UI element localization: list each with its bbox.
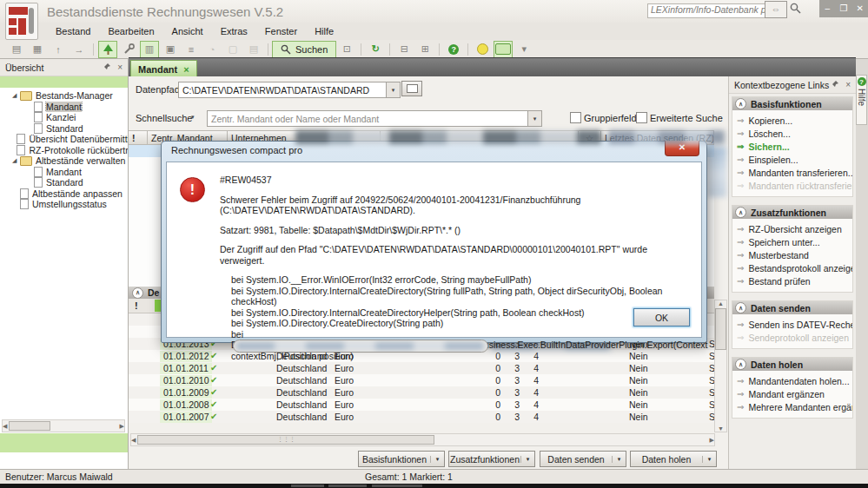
menu-item[interactable]: Ansicht: [163, 24, 212, 38]
scroll-down-icon[interactable]: ▼: [718, 425, 724, 432]
menu-item[interactable]: Bestand: [47, 24, 99, 38]
toolbar-overflow-icon[interactable]: ▾: [514, 41, 533, 58]
refresh-icon[interactable]: ↻: [366, 41, 385, 58]
tree-item[interactable]: ◢ Mandant: [0, 167, 128, 178]
gruppierfeld-checkbox[interactable]: [570, 112, 581, 123]
chevron-down-icon[interactable]: ▾: [386, 82, 400, 97]
book-search-icon[interactable]: ⊞: [415, 41, 434, 58]
datenpfad-combobox[interactable]: C:\DATEV\DATEN\RWDAT\DATA\STANDARD ▾: [178, 82, 401, 98]
chevron-down-icon[interactable]: ▾: [520, 456, 534, 463]
scroll-left-icon[interactable]: ◀: [3, 423, 7, 430]
collapse-icon[interactable]: ∧: [735, 207, 746, 218]
context-link[interactable]: ⇒ Senden ins DATEV-Rechenzentrum: [732, 318, 852, 331]
footer-menu-button[interactable]: Basisfunktionen ▾: [358, 451, 445, 467]
pin-icon[interactable]: [103, 63, 111, 70]
close-panel-icon[interactable]: ×: [117, 63, 123, 72]
table-row[interactable]: 01.01.2010 ✔ Deutschland Euro 0 3 4 Nein…: [129, 374, 714, 386]
tree-view-icon[interactable]: [98, 41, 117, 58]
hilfe-tab[interactable]: ? Hilfe: [856, 75, 867, 125]
tree-item[interactable]: ◢ Übersicht Datenübermittlung Fi...: [0, 134, 128, 145]
section-header[interactable]: ∧ Zusatzfunktionen: [732, 206, 852, 219]
scrollbar-thumb[interactable]: [715, 308, 726, 350]
footer-menu-button[interactable]: Zusatzfunktionen ▾: [448, 451, 535, 467]
help-icon[interactable]: ?: [444, 41, 463, 58]
context-link[interactable]: ⇒ Einspielen...: [732, 153, 852, 166]
up-arrow-icon[interactable]: ↑: [49, 41, 68, 58]
context-link[interactable]: ⇒ Sichern...: [732, 140, 852, 153]
swap-icon[interactable]: ⇔: [765, 1, 787, 18]
tree-item[interactable]: ◢ RZ-Protokolle rückübertragen: [0, 145, 128, 156]
scroll-left-icon[interactable]: ◀: [131, 437, 136, 444]
lexinform-search-input[interactable]: LEXinform/Info-Datenbank pro: [647, 3, 767, 18]
tree-item[interactable]: ◢ Mandant: [0, 102, 128, 113]
warn-column-header[interactable]: !: [129, 130, 148, 145]
context-link[interactable]: ⇒ Mandant ergänzen: [732, 387, 852, 400]
collapse-icon[interactable]: ∧: [735, 359, 746, 370]
context-link[interactable]: ⇒ Sendeprotokoll anzeigen: [732, 331, 852, 344]
tree-item[interactable]: ◢ Altbestände verwalten: [0, 155, 128, 167]
scrollbar-thumb[interactable]: [9, 421, 50, 431]
chevron-down-icon[interactable]: ▾: [612, 456, 626, 463]
schnellsuche-label[interactable]: Schnellsuche: [136, 113, 192, 123]
tree-item[interactable]: ◢ Umstellungsstatus: [0, 199, 128, 210]
context-link[interactable]: ⇒ Bestand prüfen: [732, 274, 852, 287]
maximize-button[interactable]: ❐: [836, 0, 852, 17]
collapse-icon[interactable]: ∧: [132, 287, 143, 299]
vertical-scrollbar[interactable]: ▲ ▼: [714, 300, 727, 432]
settings-wrench-icon[interactable]: [119, 41, 138, 58]
table-row[interactable]: 01.01.2008 ✔ Deutschland Euro 0 3 4 Nein…: [129, 399, 714, 411]
tree-item[interactable]: ◢ Altbestände anpassen: [0, 188, 128, 200]
scrollbar-thumb[interactable]: ⋮⋮⋮: [137, 435, 434, 445]
footer-menu-button[interactable]: Daten holen ▾: [630, 451, 717, 467]
scroll-right-icon[interactable]: ▶: [120, 423, 124, 430]
chevron-down-icon[interactable]: ▾: [527, 111, 541, 126]
erweiterte-suche-checkbox[interactable]: [636, 112, 647, 123]
panel-toggle-icon[interactable]: ▥: [140, 41, 159, 58]
menu-item[interactable]: Fenster: [256, 24, 306, 38]
tree-item[interactable]: ◢ Standard: [0, 177, 128, 188]
tab-mandant[interactable]: Mandant ×: [130, 60, 197, 77]
tab-close-icon[interactable]: ×: [183, 64, 189, 75]
horizontal-scrollbar[interactable]: ◀ ⋮⋮⋮ ▶: [130, 433, 715, 446]
print-icon[interactable]: ▦: [28, 41, 47, 58]
search-icon[interactable]: [790, 3, 801, 16]
scroll-right-icon[interactable]: ▶: [710, 437, 714, 444]
context-link[interactable]: ⇒ Kopieren...: [732, 114, 852, 127]
suchen-button[interactable]: Suchen: [272, 41, 336, 58]
collapse-icon[interactable]: ∧: [735, 98, 746, 109]
cascade-windows-icon[interactable]: ▣: [161, 41, 180, 58]
preview-monitor-icon[interactable]: ⊡: [337, 41, 356, 58]
section-header[interactable]: ∧ Daten holen: [732, 358, 852, 371]
browse-path-button[interactable]: [401, 81, 422, 96]
forward-arrow-icon[interactable]: →: [70, 41, 89, 58]
chevron-down-icon[interactable]: ▾: [191, 114, 195, 121]
scroll-up-icon[interactable]: ▲: [718, 300, 724, 307]
menu-item[interactable]: Bearbeiten: [99, 24, 162, 38]
collapse-icon[interactable]: ∧: [735, 302, 746, 313]
context-link[interactable]: ⇒ Mandanten transferieren...: [732, 166, 852, 179]
pin-icon[interactable]: [832, 80, 839, 88]
context-link[interactable]: ⇒ RZ-Übersicht anzeigen: [732, 222, 852, 235]
context-link[interactable]: ⇒ Mehrere Mandanten ergänzen: [732, 400, 852, 413]
tree-item[interactable]: ◢ Standard: [0, 123, 128, 135]
footer-menu-button[interactable]: Daten senden ▾: [540, 451, 626, 467]
context-link[interactable]: ⇒ Speichern unter...: [732, 235, 852, 248]
ok-button[interactable]: OK: [633, 308, 690, 326]
section-header[interactable]: ∧ Basisfunktionen: [732, 97, 852, 110]
table-row[interactable]: 01.01.2009 ✔ Deutschland Euro 0 3 4 Nein…: [129, 386, 714, 399]
table-row[interactable]: 01.01.2007 ✔ Deutschland Euro 0 3 4 Nein…: [129, 411, 714, 423]
context-link[interactable]: ⇒ Mandantendaten holen...: [732, 374, 852, 387]
tree-item[interactable]: ◢ Bestands-Manager: [0, 90, 128, 102]
warn-column-header[interactable]: !: [135, 300, 138, 311]
context-link[interactable]: ⇒ Mandanten rücktransferieren...: [732, 179, 852, 192]
menu-item[interactable]: Extras: [212, 24, 256, 38]
expander-icon[interactable]: ◢: [12, 157, 20, 164]
folder-pair-icon[interactable]: ⊟: [394, 41, 414, 58]
tips-bulb-icon[interactable]: [473, 41, 492, 58]
open-bestand-icon[interactable]: ▤: [7, 41, 26, 58]
context-link[interactable]: ⇒ Musterbestand: [732, 248, 852, 261]
context-link[interactable]: ⇒ Löschen...: [732, 127, 852, 140]
close-panel-icon[interactable]: ×: [845, 80, 851, 89]
minimize-button[interactable]: –: [819, 0, 836, 17]
chevron-down-icon[interactable]: ▾: [702, 456, 716, 463]
